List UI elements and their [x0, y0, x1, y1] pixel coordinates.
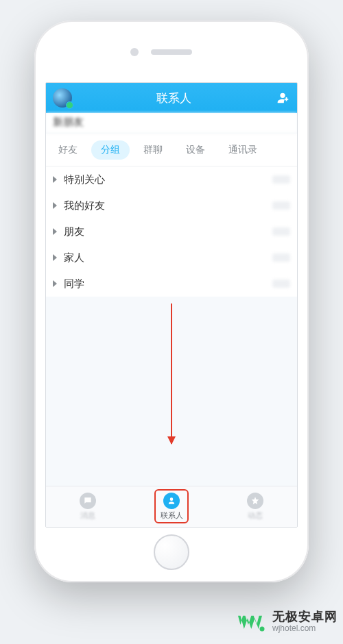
content-filler — [46, 297, 297, 486]
tab-groupchat[interactable]: 群聊 — [134, 140, 172, 160]
chevron-right-icon — [53, 202, 57, 209]
watermark-title: 无极安卓网 — [272, 610, 338, 624]
group-count — [272, 253, 290, 262]
svg-point-0 — [260, 627, 265, 632]
group-label: 家人 — [64, 251, 84, 264]
group-row-myfriends[interactable]: 我的好友 — [46, 193, 297, 219]
page-title: 联系人 — [156, 90, 191, 106]
group-label: 同学 — [64, 277, 84, 290]
group-row-family[interactable]: 家人 — [46, 245, 297, 271]
nav-feeds[interactable]: 动态 — [213, 486, 297, 527]
phone-speaker — [151, 49, 192, 55]
app-header: 联系人 — [46, 83, 297, 113]
avatar[interactable] — [53, 88, 72, 108]
category-tabs: 好友 分组 群聊 设备 通讯录 — [46, 134, 297, 166]
group-label: 朋友 — [64, 225, 84, 238]
watermark-url: wjhotel.com — [272, 624, 338, 634]
group-list: 特别关心 我的好友 朋友 家人 同学 — [46, 166, 297, 297]
home-button[interactable] — [154, 534, 189, 570]
group-row-classmates[interactable]: 同学 — [46, 271, 297, 297]
phone-frame: 联系人 新朋友 好友 分组 群聊 设备 通讯录 特别关心 我的好友 — [34, 21, 309, 582]
tab-friends[interactable]: 好友 — [49, 140, 87, 160]
group-count — [272, 201, 290, 210]
chevron-right-icon — [53, 176, 57, 183]
nav-label: 动态 — [248, 510, 263, 521]
add-contact-icon[interactable] — [275, 90, 290, 106]
group-row-friends[interactable]: 朋友 — [46, 219, 297, 245]
nav-label: 联系人 — [161, 510, 183, 521]
bottom-nav: 消息 联系人 动态 — [46, 486, 297, 527]
chat-icon — [80, 493, 96, 509]
chevron-right-icon — [53, 228, 57, 235]
nav-messages[interactable]: 消息 — [46, 486, 130, 527]
tab-groups[interactable]: 分组 — [91, 140, 130, 160]
group-count — [272, 227, 290, 236]
watermark-logo-icon — [238, 610, 267, 639]
app-screen: 联系人 新朋友 好友 分组 群聊 设备 通讯录 特别关心 我的好友 — [45, 82, 298, 528]
annotation-arrow — [171, 304, 172, 444]
phone-camera — [130, 48, 139, 56]
chevron-right-icon — [53, 254, 57, 261]
person-icon — [163, 493, 180, 509]
chevron-right-icon — [53, 280, 57, 287]
watermark: 无极安卓网 wjhotel.com — [238, 610, 338, 639]
group-row-special[interactable]: 特别关心 — [46, 166, 297, 193]
new-friend-row[interactable]: 新朋友 — [46, 113, 297, 134]
group-count — [272, 280, 290, 288]
tab-devices[interactable]: 设备 — [176, 140, 215, 160]
group-count — [272, 175, 290, 184]
nav-contacts[interactable]: 联系人 — [130, 486, 213, 527]
star-icon — [247, 493, 263, 509]
nav-label: 消息 — [80, 510, 95, 521]
group-label: 我的好友 — [64, 199, 105, 212]
group-label: 特别关心 — [64, 173, 105, 186]
tab-phonebook[interactable]: 通讯录 — [219, 140, 267, 160]
